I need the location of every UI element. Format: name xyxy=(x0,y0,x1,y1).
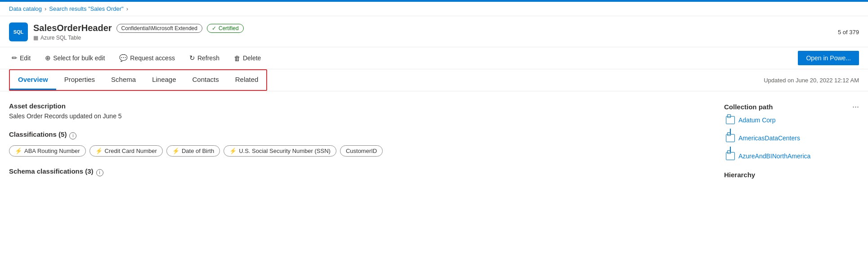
header-section: SQL SalesOrderHeader Confidential\Micros… xyxy=(0,16,868,47)
collection-path-header: Collection path ··· xyxy=(724,102,859,112)
breadcrumb-search-results[interactable]: Search results "Sales Order" xyxy=(49,5,123,12)
breadcrumb-sep-1: › xyxy=(45,5,46,12)
tab-lineage[interactable]: Lineage xyxy=(144,70,184,90)
tab-schema[interactable]: Schema xyxy=(103,70,144,90)
toolbar-left: ✏ Edit ⊕ Select for bulk edit 💬 Request … xyxy=(9,52,264,64)
bulk-edit-button[interactable]: ⊕ Select for bulk edit xyxy=(42,52,107,64)
collection-item-0: Adatum Corp xyxy=(724,116,859,124)
toolbar: ✏ Edit ⊕ Select for bulk edit 💬 Request … xyxy=(0,47,868,69)
hierarchy-title: Hierarchy xyxy=(724,171,859,179)
refresh-icon: ↻ xyxy=(189,54,195,62)
classifications-title: Classifications (5) xyxy=(9,130,67,138)
tab-related[interactable]: Related xyxy=(227,70,267,90)
badge-certified: ✓ Certified xyxy=(207,24,244,33)
collection-link-2[interactable]: AzureAndBINorthAmerica xyxy=(738,152,810,160)
collection-path-menu[interactable]: ··· xyxy=(852,102,859,112)
main-content: Asset description Sales Order Records up… xyxy=(0,91,868,193)
classification-tags: ⚡ ABA Routing Number ⚡ Credit Card Numbe… xyxy=(9,145,706,157)
certified-checkmark-icon: ✓ xyxy=(212,25,216,31)
classifications-info-icon[interactable]: i xyxy=(69,132,76,139)
collection-item-1: AmericasDataCenters xyxy=(724,134,859,142)
header-left: SQL SalesOrderHeader Confidential\Micros… xyxy=(9,22,244,41)
tab-overview[interactable]: Overview xyxy=(10,70,56,90)
collection-link-1[interactable]: AmericasDataCenters xyxy=(738,134,800,142)
edit-button[interactable]: ✏ Edit xyxy=(9,52,33,64)
tag-ssn: ⚡ U.S. Social Security Number (SSN) xyxy=(224,145,336,157)
tag-credit-card: ⚡ Credit Card Number xyxy=(89,145,163,157)
header-title-row: SalesOrderHeader Confidential\Microsoft … xyxy=(33,23,244,33)
collection-items: Adatum Corp AmericasDataCenters AzureAnd… xyxy=(724,116,859,160)
bulk-edit-icon: ⊕ xyxy=(45,54,51,62)
schema-classifications-title: Schema classifications (3) xyxy=(9,167,94,175)
lightning-icon-ssn: ⚡ xyxy=(229,148,237,154)
tag-customerid: CustomerID xyxy=(340,145,383,157)
lightning-icon-dob: ⚡ xyxy=(172,148,179,154)
content-right: Collection path ··· Adatum Corp Americas… xyxy=(706,102,859,182)
collection-item-2: AzureAndBINorthAmerica xyxy=(724,152,859,160)
request-access-button[interactable]: 💬 Request access xyxy=(116,52,178,64)
breadcrumb: Data catalog › Search results "Sales Ord… xyxy=(0,2,868,16)
tab-properties[interactable]: Properties xyxy=(56,70,103,90)
asset-description-title: Asset description xyxy=(9,102,706,110)
collection-icon-1 xyxy=(726,134,735,142)
breadcrumb-sep-2: › xyxy=(126,5,128,12)
schema-classifications-header: Schema classifications (3) i xyxy=(9,167,706,178)
header-position: 5 of 379 xyxy=(838,29,859,36)
lightning-icon-aba: ⚡ xyxy=(15,148,22,154)
classifications-header: Classifications (5) i xyxy=(9,130,706,141)
header-subtitle: ▦ Azure SQL Table xyxy=(33,35,244,41)
collection-icon-0 xyxy=(726,116,735,124)
sql-icon: SQL xyxy=(9,22,28,41)
header-title-block: SalesOrderHeader Confidential\Microsoft … xyxy=(33,23,244,41)
lightning-icon-cc: ⚡ xyxy=(95,148,103,154)
badge-confidential: Confidential\Microsoft Extended xyxy=(116,24,202,33)
content-left: Asset description Sales Order Records up… xyxy=(9,102,706,182)
tabs-container: Overview Properties Schema Lineage Conta… xyxy=(9,69,267,91)
collection-link-0[interactable]: Adatum Corp xyxy=(738,117,775,124)
asset-description-text: Sales Order Records updated on June 5 xyxy=(9,112,706,120)
asset-title: SalesOrderHeader xyxy=(33,23,112,33)
table-icon: ▦ xyxy=(33,35,38,41)
refresh-button[interactable]: ↻ Refresh xyxy=(187,52,222,64)
request-access-icon: 💬 xyxy=(119,54,128,62)
tab-contacts[interactable]: Contacts xyxy=(184,70,227,90)
tag-dob: ⚡ Date of Birth xyxy=(166,145,220,157)
delete-icon: 🗑 xyxy=(234,54,241,62)
breadcrumb-data-catalog[interactable]: Data catalog xyxy=(9,5,42,12)
tabs-outer: Overview Properties Schema Lineage Conta… xyxy=(0,69,868,91)
collection-path-title: Collection path xyxy=(724,103,773,111)
collection-icon-2 xyxy=(726,152,735,160)
tag-aba: ⚡ ABA Routing Number xyxy=(9,145,86,157)
schema-classifications-info-icon[interactable]: i xyxy=(96,169,103,176)
edit-icon: ✏ xyxy=(12,54,18,62)
updated-text: Updated on June 20, 2022 12:12 AM xyxy=(764,72,859,89)
open-power-button[interactable]: Open in Powe... xyxy=(798,51,859,65)
delete-button[interactable]: 🗑 Delete xyxy=(231,53,264,64)
